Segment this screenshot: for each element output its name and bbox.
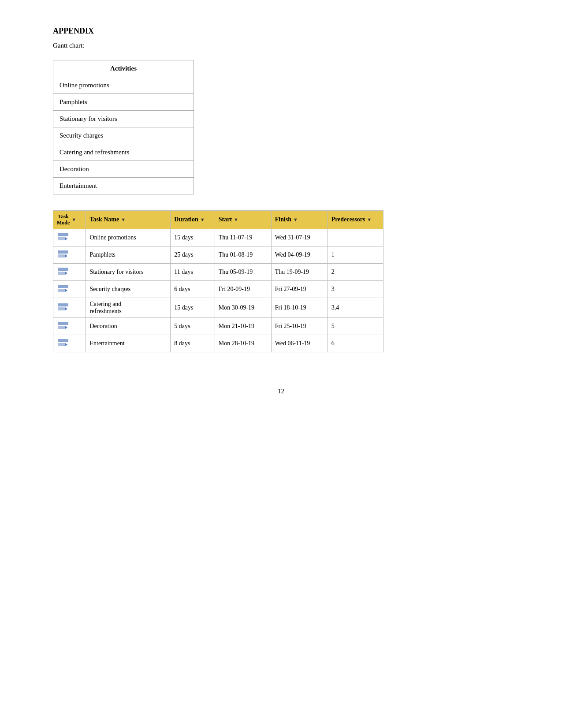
duration-cell: 5 days	[171, 317, 215, 335]
finish-cell: Fri 27-09-19	[271, 280, 328, 298]
svg-rect-18	[58, 339, 68, 342]
task-mode-icon	[57, 284, 69, 293]
task-name-cell: Online promotions	[86, 229, 171, 246]
page-number: 12	[53, 388, 509, 395]
list-item: Online promotions	[53, 77, 194, 94]
list-item: Pamphlets	[53, 94, 194, 111]
svg-rect-4	[58, 254, 65, 258]
finish-cell: Wed 06-11-19	[271, 335, 328, 352]
sort-arrow-icon: ▼	[234, 217, 238, 222]
start-cell: Thu 11-07-19	[215, 229, 271, 246]
sort-arrow-icon: ▼	[71, 217, 76, 222]
duration-cell: 6 days	[171, 280, 215, 298]
task-mode-icon	[57, 321, 69, 330]
start-cell: Thu 01-08-19	[215, 246, 271, 263]
svg-rect-3	[58, 250, 68, 254]
appendix-title: APPENDIX	[53, 26, 509, 36]
finish-cell: Wed 04-09-19	[271, 246, 328, 263]
svg-marker-5	[65, 254, 67, 258]
svg-rect-0	[58, 233, 68, 236]
list-item: Security charges	[53, 127, 194, 144]
duration-cell: 8 days	[171, 335, 215, 352]
predecessors-cell: 2	[328, 263, 383, 280]
svg-rect-6	[58, 268, 68, 271]
col-header-start[interactable]: Start ▼	[215, 211, 271, 229]
svg-rect-16	[58, 326, 65, 329]
task-mode-icon	[57, 232, 69, 242]
svg-marker-8	[65, 272, 67, 275]
finish-cell: Fri 25-10-19	[271, 317, 328, 335]
task-mode-cell	[53, 335, 86, 352]
col-header-task-name[interactable]: Task Name ▼	[86, 211, 171, 229]
task-mode-cell	[53, 298, 86, 317]
task-mode-icon	[57, 338, 69, 347]
list-item: Entertainment	[53, 178, 194, 194]
svg-marker-11	[65, 289, 67, 292]
svg-rect-1	[58, 237, 65, 240]
table-row: Entertainment 8 days Mon 28-10-19 Wed 06…	[53, 335, 383, 352]
start-cell: Fri 20-09-19	[215, 280, 271, 298]
task-mode-icon	[57, 249, 69, 259]
list-item: Catering and refreshments	[53, 144, 194, 161]
table-row: Pamphlets 25 days Thu 01-08-19 Wed 04-09…	[53, 246, 383, 263]
task-mode-icon	[57, 302, 69, 312]
list-item: Stationary for visitors	[53, 111, 194, 127]
sort-arrow-icon: ▼	[200, 217, 205, 222]
task-mode-cell	[53, 246, 86, 263]
activities-header: Activities	[53, 60, 194, 77]
task-name-cell: Security charges	[86, 280, 171, 298]
task-name-cell: Pamphlets	[86, 246, 171, 263]
start-cell: Thu 05-09-19	[215, 263, 271, 280]
task-mode-cell	[53, 229, 86, 246]
svg-marker-17	[65, 326, 67, 329]
predecessors-cell: 3	[328, 280, 383, 298]
svg-rect-10	[58, 289, 65, 292]
predecessors-cell	[328, 229, 383, 246]
task-mode-icon	[57, 266, 69, 276]
task-mode-cell	[53, 263, 86, 280]
svg-marker-2	[65, 237, 67, 240]
svg-rect-13	[58, 307, 65, 310]
svg-marker-20	[65, 343, 67, 346]
finish-cell: Thu 19-09-19	[271, 263, 328, 280]
activities-box: Activities Online promotions Pamphlets S…	[53, 60, 194, 194]
predecessors-cell: 3,4	[328, 298, 383, 317]
start-cell: Mon 28-10-19	[215, 335, 271, 352]
table-row: Decoration 5 days Mon 21-10-19 Fri 25-10…	[53, 317, 383, 335]
task-name-cell: Catering and refreshments	[86, 298, 171, 317]
duration-cell: 25 days	[171, 246, 215, 263]
table-row: Stationary for visitors 11 days Thu 05-0…	[53, 263, 383, 280]
svg-marker-14	[65, 307, 67, 310]
task-name-cell: Stationary for visitors	[86, 263, 171, 280]
table-row: Catering and refreshments 15 days Mon 30…	[53, 298, 383, 317]
list-item: Decoration	[53, 161, 194, 178]
col-header-finish[interactable]: Finish ▼	[271, 211, 328, 229]
duration-cell: 15 days	[171, 229, 215, 246]
predecessors-cell: 6	[328, 335, 383, 352]
task-mode-cell	[53, 280, 86, 298]
table-row: Security charges 6 days Fri 20-09-19 Fri…	[53, 280, 383, 298]
col-header-predecessors[interactable]: Predecessors ▼	[328, 211, 383, 229]
task-name-cell: Entertainment	[86, 335, 171, 352]
svg-rect-15	[58, 322, 68, 325]
predecessors-cell: 5	[328, 317, 383, 335]
task-mode-cell	[53, 317, 86, 335]
sort-arrow-icon: ▼	[121, 217, 126, 222]
task-name-cell: Decoration	[86, 317, 171, 335]
predecessors-cell: 1	[328, 246, 383, 263]
sort-arrow-icon: ▼	[367, 217, 372, 222]
col-header-duration[interactable]: Duration ▼	[171, 211, 215, 229]
table-row: Online promotions 15 days Thu 11-07-19 W…	[53, 229, 383, 246]
gantt-table: TaskMode ▼ Task Name ▼ Duration ▼	[53, 210, 383, 352]
gantt-label: Gantt chart:	[53, 42, 509, 49]
duration-cell: 11 days	[171, 263, 215, 280]
svg-rect-7	[58, 272, 65, 275]
svg-rect-12	[58, 303, 68, 306]
svg-rect-19	[58, 343, 65, 346]
finish-cell: Wed 31-07-19	[271, 229, 328, 246]
svg-rect-9	[58, 285, 68, 288]
finish-cell: Fri 18-10-19	[271, 298, 328, 317]
start-cell: Mon 30-09-19	[215, 298, 271, 317]
duration-cell: 15 days	[171, 298, 215, 317]
col-header-task-mode[interactable]: TaskMode ▼	[53, 211, 86, 229]
